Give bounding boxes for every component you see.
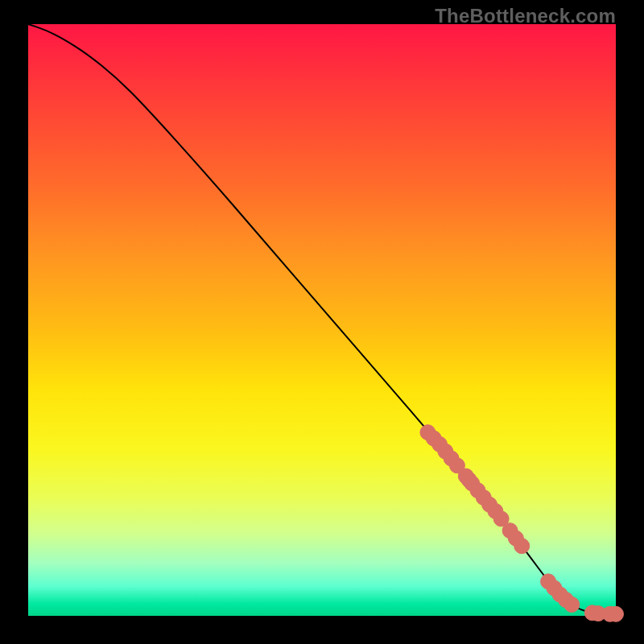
data-dot <box>514 539 530 554</box>
data-dot <box>564 597 580 613</box>
data-dots-group <box>420 425 624 622</box>
chart-frame: TheBottleneck.com <box>0 0 644 644</box>
bottleneck-curve <box>28 24 616 614</box>
chart-overlay <box>28 24 616 616</box>
data-dot <box>609 606 624 621</box>
